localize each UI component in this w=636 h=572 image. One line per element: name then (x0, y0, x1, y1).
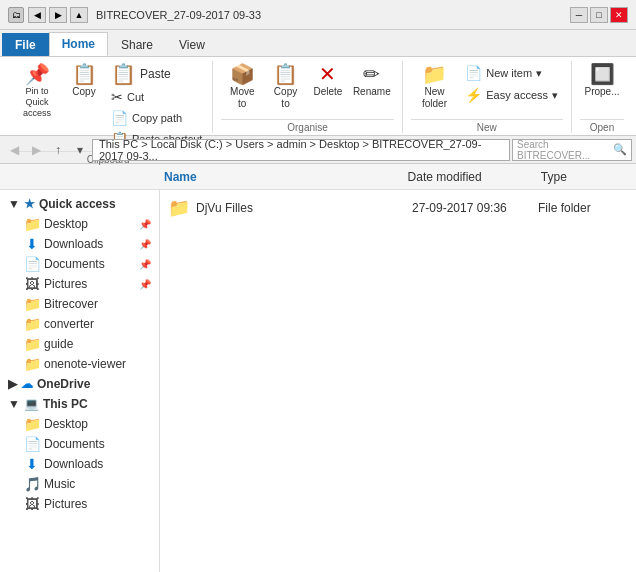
sidebar-item-downloads2[interactable]: ⬇ Downloads (0, 454, 159, 474)
main-area: ▼ ★ Quick access 📁 Desktop 📌 ⬇ Downloads… (0, 190, 636, 572)
easy-access-arrow: ▾ (552, 89, 558, 102)
onedrive-header[interactable]: ▶ ☁ OneDrive (0, 374, 159, 394)
sidebar-item-documents2-label: Documents (44, 437, 105, 451)
easy-access-button[interactable]: ⚡ Easy access ▾ (460, 85, 563, 105)
close-button[interactable]: ✕ (610, 7, 628, 23)
clipboard-group: 📌 Pin to Quick access 📋 Copy 📋 Paste ✂ C… (4, 61, 213, 133)
desktop-icon: 📁 (24, 216, 40, 232)
easy-access-icon: ⚡ (465, 87, 482, 103)
forward-quick-btn[interactable]: ▶ (49, 7, 67, 23)
search-box[interactable]: Search BITRECOVER... 🔍 (512, 139, 632, 161)
col-header-name[interactable]: Name (160, 170, 408, 184)
address-path[interactable]: This PC > Local Disk (C:) > Users > admi… (92, 139, 510, 161)
sidebar-item-pictures-label: Pictures (44, 277, 87, 291)
sidebar-item-guide[interactable]: 📁 guide (0, 334, 159, 354)
properties-icon: 🔲 (590, 64, 615, 84)
onenote-viewer-icon: 📁 (24, 356, 40, 372)
up-quick-btn[interactable]: ▲ (70, 7, 88, 23)
quick-access-header[interactable]: ▼ ★ Quick access (0, 194, 159, 214)
copy-icon: 📋 (72, 64, 97, 84)
copy-to-label: Copy to (270, 86, 301, 110)
sidebar-item-converter[interactable]: 📁 converter (0, 314, 159, 334)
copy-path-button[interactable]: 📄 Copy path (106, 108, 207, 128)
organise-label: Organise (221, 119, 393, 133)
tab-share[interactable]: Share (108, 33, 166, 56)
tab-file[interactable]: File (2, 33, 49, 56)
sidebar-item-converter-label: converter (44, 317, 94, 331)
back-button[interactable]: ◀ (4, 140, 24, 160)
window-controls: ─ □ ✕ (570, 7, 628, 23)
move-to-button[interactable]: 📦 Move to (221, 61, 263, 113)
open-group-content: 🔲 Prope... (580, 61, 624, 117)
new-folder-button[interactable]: 📁 New folder (411, 61, 459, 113)
properties-button[interactable]: 🔲 Prope... (580, 61, 624, 101)
file-date: 27-09-2017 09:36 (412, 201, 538, 215)
delete-button[interactable]: ✕ Delete (308, 61, 348, 101)
this-pc-chevron: ▼ (8, 397, 20, 411)
copy-path-label: Copy path (132, 112, 182, 124)
sidebar-item-documents[interactable]: 📄 Documents 📌 (0, 254, 159, 274)
paste-button[interactable]: 📋 Paste (106, 61, 176, 87)
new-folder-label: New folder (416, 86, 454, 110)
pictures2-icon: 🖼 (24, 496, 40, 512)
pin-indicator-desktop: 📌 (139, 219, 151, 230)
move-to-icon: 📦 (230, 64, 255, 84)
desktop2-icon: 📁 (24, 416, 40, 432)
sidebar-item-pictures2[interactable]: 🖼 Pictures (0, 494, 159, 514)
quick-access-chevron: ▼ (8, 197, 20, 211)
pin-to-quick-access-button[interactable]: 📌 Pin to Quick access (12, 61, 62, 121)
sidebar-item-desktop[interactable]: 📁 Desktop 📌 (0, 214, 159, 234)
rename-button[interactable]: ✏ Rename (350, 61, 394, 101)
minimize-button[interactable]: ─ (570, 7, 588, 23)
sidebar-item-desktop-label: Desktop (44, 217, 88, 231)
sidebar-item-onenote-viewer-label: onenote-viewer (44, 357, 126, 371)
new-item-arrow: ▾ (536, 67, 542, 80)
cut-icon: ✂ (111, 89, 123, 105)
copy-path-icon: 📄 (111, 110, 128, 126)
tab-view[interactable]: View (166, 33, 218, 56)
col-header-date[interactable]: Date modified (408, 170, 541, 184)
window-title: BITRECOVER_27-09-2017 09-33 (96, 9, 570, 21)
tab-home[interactable]: Home (49, 32, 108, 56)
up-button[interactable]: ↑ (48, 140, 68, 160)
table-row[interactable]: 📁 DjVu Filles 27-09-2017 09:36 File fold… (160, 194, 636, 222)
new-group-content: 📁 New folder 📄 New item ▾ ⚡ Easy access … (411, 61, 563, 117)
cut-button[interactable]: ✂ Cut (106, 87, 207, 107)
paste-icon: 📋 (111, 64, 136, 84)
col-header-type[interactable]: Type (541, 170, 636, 184)
this-pc-header[interactable]: ▼ 💻 This PC (0, 394, 159, 414)
recent-locations-button[interactable]: ▾ (70, 140, 90, 160)
ribbon: 📌 Pin to Quick access 📋 Copy 📋 Paste ✂ C… (0, 56, 636, 136)
sidebar-item-documents2[interactable]: 📄 Documents (0, 434, 159, 454)
sidebar-item-desktop2[interactable]: 📁 Desktop (0, 414, 159, 434)
back-quick-btn[interactable]: ◀ (28, 7, 46, 23)
guide-icon: 📁 (24, 336, 40, 352)
sidebar-item-downloads[interactable]: ⬇ Downloads 📌 (0, 234, 159, 254)
organise-group-content: 📦 Move to 📋 Copy to ✕ Delete ✏ Rename (221, 61, 393, 117)
sidebar-item-pictures2-label: Pictures (44, 497, 87, 511)
this-pc-icon: 💻 (24, 397, 39, 411)
sidebar-item-desktop2-label: Desktop (44, 417, 88, 431)
copy-to-button[interactable]: 📋 Copy to (265, 61, 306, 113)
title-bar: 🗂 ◀ ▶ ▲ BITRECOVER_27-09-2017 09-33 ─ □ … (0, 0, 636, 30)
maximize-button[interactable]: □ (590, 7, 608, 23)
copy-to-icon: 📋 (273, 64, 298, 84)
column-headers: Name Date modified Type (0, 164, 636, 190)
new-item-label: New item (486, 67, 532, 79)
sidebar-item-music[interactable]: 🎵 Music (0, 474, 159, 494)
organise-group: 📦 Move to 📋 Copy to ✕ Delete ✏ Rename Or… (213, 61, 402, 133)
pin-label: Pin to Quick access (17, 86, 57, 118)
sidebar-item-documents-label: Documents (44, 257, 105, 271)
window-icon: 🗂 (8, 7, 24, 23)
new-item-button[interactable]: 📄 New item ▾ (460, 63, 563, 83)
rename-icon: ✏ (363, 64, 380, 84)
clipboard-group-content: 📌 Pin to Quick access 📋 Copy 📋 Paste ✂ C… (12, 61, 204, 149)
sidebar-item-onenote-viewer[interactable]: 📁 onenote-viewer (0, 354, 159, 374)
sidebar-item-pictures[interactable]: 🖼 Pictures 📌 (0, 274, 159, 294)
copy-button[interactable]: 📋 Copy (64, 61, 104, 101)
pictures-icon: 🖼 (24, 276, 40, 292)
forward-button[interactable]: ▶ (26, 140, 46, 160)
search-placeholder: Search BITRECOVER... (517, 139, 613, 161)
pin-indicator-documents: 📌 (139, 259, 151, 270)
sidebar-item-bitrecover[interactable]: 📁 Bitrecover (0, 294, 159, 314)
